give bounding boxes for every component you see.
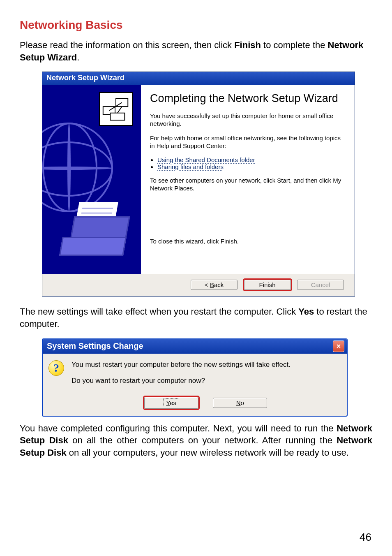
restart-instruction: The new settings will take effect when y… (20, 306, 372, 330)
svg-line-4 (118, 107, 122, 114)
section-heading: Networking Basics (20, 19, 372, 32)
outro-1: You have completed configuring this comp… (20, 423, 337, 433)
finish-button[interactable]: Finish (244, 280, 291, 290)
svg-rect-2 (110, 113, 125, 120)
outro-3: on all your computers, your new wireless… (67, 447, 349, 458)
dialog-line-2: Do you want to restart your computer now… (71, 376, 291, 386)
network-icon (99, 92, 133, 126)
intro-paragraph: Please read the information on this scre… (20, 39, 372, 63)
yes-mnemonic: Y (166, 399, 170, 406)
intro-text: Please read the information on this scre… (20, 40, 234, 50)
yes-button[interactable]: Yes (144, 397, 198, 409)
wizard-help-links: Using the Shared Documents folder Sharin… (150, 156, 346, 170)
no-rest: o (240, 399, 244, 406)
no-button[interactable]: No (213, 398, 267, 408)
system-settings-change-dialog: System Settings Change × ? You must rest… (42, 338, 348, 417)
no-mnemonic: N (236, 399, 241, 406)
wizard-main-pane: Completing the Network Setup Wizard You … (141, 85, 355, 274)
dialog-message: You must restart your computer before th… (71, 360, 291, 392)
dialog-body: ? You must restart your computer before … (43, 354, 347, 395)
dialog-title-bar: System Settings Change × (43, 339, 347, 354)
mid-text-1: The new settings will take effect when y… (20, 306, 298, 317)
cancel-button: Cancel (297, 280, 344, 290)
link-sharing-files[interactable]: Sharing files and folders (157, 163, 224, 170)
intro-finish-word: Finish (234, 40, 261, 50)
link-shared-documents[interactable]: Using the Shared Documents folder (157, 156, 255, 163)
wizard-success-text: You have successfully set up this comput… (150, 112, 346, 128)
wizard-side-art (42, 85, 141, 274)
finish-button-highlight: Finish (243, 278, 292, 291)
wizard-button-bar: < Back Finish Cancel (42, 274, 355, 296)
wizard-close-instruction: To close this wizard, click Finish. (150, 238, 346, 246)
outro-paragraph: You have completed configuring this comp… (20, 422, 372, 459)
globe-graphic (42, 123, 113, 212)
page-number: 46 (360, 531, 371, 544)
dialog-button-bar: Yes No (43, 395, 347, 416)
wizard-body: Completing the Network Setup Wizard You … (42, 85, 355, 274)
yes-button-highlight: Yes (143, 396, 200, 410)
wizard-heading: Completing the Network Setup Wizard (150, 92, 346, 105)
back-prefix: < (205, 281, 210, 288)
wizard-network-places-tip: To see other computers on your network, … (150, 177, 346, 192)
intro-period: . (77, 52, 79, 63)
mid-yes-word: Yes (298, 306, 314, 317)
wizard-help-intro: For help with home or small office netwo… (150, 134, 346, 150)
close-icon[interactable]: × (333, 341, 344, 352)
back-rest: ack (214, 281, 224, 288)
outro-2: on all the other computers on your netwo… (68, 435, 337, 445)
back-mnemonic: B (210, 281, 214, 288)
dialog-line-1: You must restart your computer before th… (71, 360, 291, 370)
question-icon: ? (48, 360, 64, 376)
back-button[interactable]: < Back (191, 280, 238, 290)
intro-text-2: to complete the (261, 40, 328, 50)
yes-rest: es (170, 399, 176, 406)
wizard-title-bar: Network Setup Wizard (42, 72, 355, 85)
network-setup-wizard-window: Network Setup Wizard (42, 72, 355, 297)
printer-graphic (59, 204, 129, 266)
dialog-title-text: System Settings Change (47, 341, 143, 351)
